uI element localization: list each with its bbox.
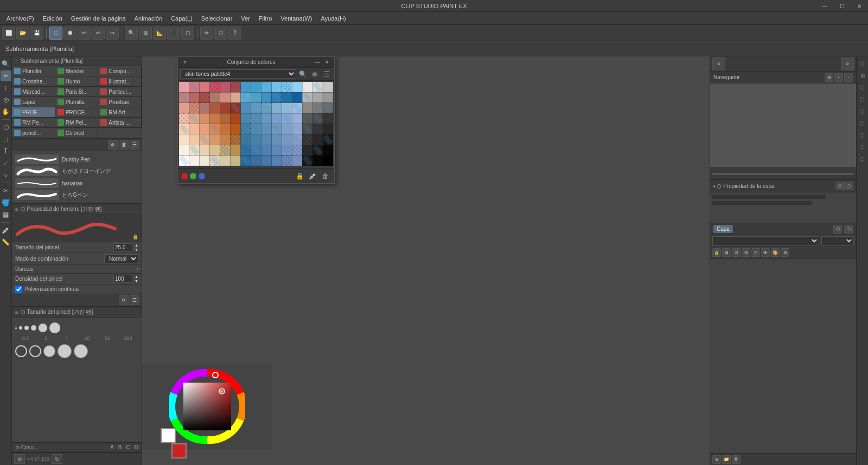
dialog-add-button[interactable]: ⊕ [309,69,320,80]
brush-rmart[interactable]: RM Art... [98,107,142,118]
menu-ayuda[interactable]: Ayuda(H) [316,14,350,23]
prop-continuous-check[interactable] [15,286,22,293]
grid-button[interactable]: ⊞ [139,27,152,40]
layer-lock-btn[interactable]: 🔒 [712,248,721,257]
prop-size-down[interactable]: ▼ [135,248,138,251]
brush-rmpel[interactable]: RM Pel... [55,118,99,128]
menu-ver[interactable]: Ver [237,14,254,23]
brush-pruebas[interactable]: Pruebas [98,97,142,107]
brush-blender[interactable]: Blender [55,66,99,76]
tool-hand[interactable]: ✋ [1,106,11,117]
layer-blend-select[interactable] [712,236,819,246]
brush-parabi[interactable]: Para Bi... [55,87,99,97]
right-slider-1[interactable] [712,195,826,199]
stroke-button[interactable]: ◻ [181,27,194,40]
nav-fit-button[interactable]: ⊞ [825,73,833,82]
prop-input-size[interactable] [113,243,132,251]
brush-preview-dumby[interactable]: Dumby Pen [14,153,139,165]
brush-artista[interactable]: Artista ... [98,118,142,128]
prop-density-arrows[interactable]: ▲ ▼ [135,275,138,283]
color-tool-a[interactable]: A [109,444,115,451]
brush-crossha[interactable]: Crossha... [12,76,55,87]
layer-tab-capa[interactable]: Capa [713,225,733,233]
brush-preview-hananan[interactable]: hananan [14,177,139,189]
tool-lasso[interactable]: ⬡ [1,122,11,133]
dialog-lock-button[interactable]: 🔒 [294,171,305,182]
edge-btn-4[interactable]: ⬡ [858,94,867,104]
brush-pencil[interactable]: pencil... [12,128,55,138]
brush-add-button[interactable]: ⊕ [108,140,118,150]
layer-btn1[interactable]: ⬡ [833,225,842,234]
select-tool-button[interactable]: ⬡ [49,27,62,40]
prop-density-down[interactable]: ▼ [135,279,138,283]
brush-plumilla2[interactable]: Plumilla [55,97,99,107]
tool-shape[interactable]: □ [1,134,11,145]
menu-archivo[interactable]: Archivo(F) [2,14,39,23]
eraser-settings-button[interactable]: ⬡ [214,27,227,40]
brush-rmpe[interactable]: RM Pe... [12,118,55,128]
tool-line[interactable]: ⟋ [1,158,11,169]
menu-seleccionar[interactable]: Seleccionar [197,14,237,23]
prop-blend-select[interactable]: Normal [104,254,138,263]
dot-blue[interactable] [199,173,205,179]
fill-button[interactable]: ⬛ [167,27,180,40]
prop-reset-button[interactable]: ↺ [119,295,129,305]
dot-green[interactable] [190,173,196,179]
dialog-close-button[interactable]: ✕ [323,59,331,66]
color-wheel-svg[interactable] [169,369,245,444]
tool-measure[interactable]: 📏 [1,237,11,248]
canvas-area[interactable]: ≡ Conjunto de colores — ✕ skin tones pal… [142,56,710,465]
save-button[interactable]: 💾 [30,27,43,40]
dialog-menu-button[interactable]: ≡ [181,59,189,66]
brush-preview-japanese[interactable]: らがきドローイング [14,165,139,177]
dialog-eyedrop-button[interactable]: 💉 [307,171,318,182]
menu-edicion[interactable]: Edición [39,14,67,23]
tool-circle[interactable]: ○ [1,170,11,180]
tool-select[interactable]: ◎ [1,94,11,105]
brush-humo[interactable]: Humo [55,76,99,87]
right-brush-btn2[interactable]: ⬡ [844,182,853,190]
new-button[interactable]: ⬜ [2,27,15,40]
brush-swatch-3[interactable] [43,345,55,357]
edge-btn-5[interactable]: ⬡ [858,106,867,116]
zoom-button[interactable]: 🔍 [125,27,138,40]
close-button[interactable]: ✕ [851,0,868,12]
status-btn-rotate[interactable]: ↻ [52,454,62,464]
undo-button[interactable]: ↩ [92,27,105,40]
nav-zoom-in-button[interactable]: + [834,73,843,82]
color-tool-d[interactable]: D [133,444,139,451]
color-tool-c[interactable]: C [125,444,131,451]
dialog-minimize-button[interactable]: — [314,59,321,66]
prop-density-up[interactable]: ▲ [135,275,138,279]
brush-preview-toro[interactable]: とろGペン [14,189,139,201]
tool-eyedrop[interactable]: 💉 [1,225,11,236]
brush-plumilla[interactable]: Plumilla [12,66,55,76]
tool-fill[interactable]: 🪣 [1,197,11,208]
layer-opacity-select[interactable] [821,236,854,246]
prop-size-up[interactable]: ▲ [135,243,138,247]
brush-lapiz[interactable]: Lapiz [12,97,55,107]
brush-delete-button[interactable]: 🗑 [119,140,129,150]
menu-capa[interactable]: Capa(L) [167,14,197,23]
edge-btn-8[interactable]: ⬡ [858,142,867,152]
nav-zoom-slider[interactable] [712,173,854,175]
color-tool-circle[interactable]: ⊙ Circu... [14,444,39,451]
edge-btn-7[interactable]: ⬡ [858,130,867,140]
layer-mask-btn[interactable]: ⊞ [742,248,750,257]
dialog-search-button[interactable]: 🔍 [297,69,308,80]
layer-settings-btn[interactable]: ⚙ [781,248,789,257]
edge-btn-3[interactable]: ⬡ [858,82,867,92]
maximize-button[interactable]: ☐ [833,0,851,12]
dialog-menu2-button[interactable]: ☰ [321,69,332,80]
prop-hardness-arrow[interactable]: › [137,266,138,272]
prop-size-arrows[interactable]: ▲ ▼ [135,243,138,251]
layer-color-btn[interactable]: 🎨 [771,248,780,257]
tool-zoom[interactable]: 🔍 [1,59,11,69]
right-collapse-left[interactable]: « [712,57,725,70]
menu-ventana[interactable]: Ventana(W) [276,14,316,23]
prop-input-density[interactable] [113,275,132,283]
brush-swatch-5[interactable] [74,344,88,358]
right-collapse-right[interactable]: » [841,57,854,70]
prop-menu-button[interactable]: ☰ [130,295,139,305]
tool-gradient[interactable]: ▦ [1,209,11,220]
